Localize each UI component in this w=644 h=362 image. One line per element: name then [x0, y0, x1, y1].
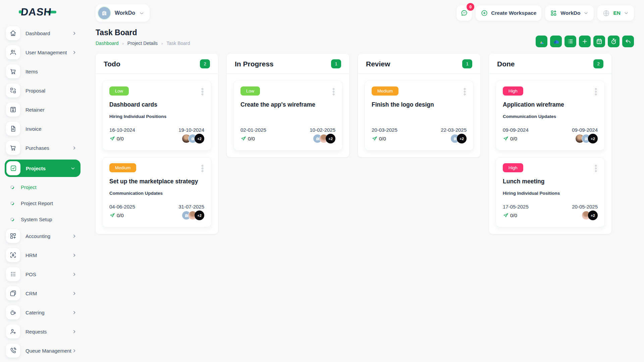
avatar-overflow-badge: +2 — [195, 134, 204, 143]
column-count-badge: 1 — [331, 59, 341, 68]
column-header: Todo 2 — [96, 54, 218, 73]
subtask-progress-value: 0/0 — [117, 136, 124, 141]
task-card-finish-the-logo-design[interactable]: Medium Finish the logo design 20-03-2025… — [365, 80, 474, 150]
send-icon — [109, 213, 115, 219]
board-column-in-progress: In Progress 1 Low Create the app's wiref… — [227, 54, 349, 157]
assignee-avatars[interactable]: +2 — [575, 134, 598, 143]
workspace-menu-label: WorkDo — [560, 10, 580, 16]
task-milestone: Communication Updates — [503, 114, 598, 120]
undo-icon — [625, 38, 632, 45]
timer-button[interactable] — [608, 36, 620, 47]
create-workspace-button[interactable]: Create Workspace — [476, 5, 541, 21]
onedrive-button[interactable] — [550, 36, 562, 47]
breadcrumb-project-details[interactable]: Project Details — [127, 41, 158, 46]
workspace-switcher[interactable]: WorkDo — [96, 4, 150, 22]
sidebar-item-accounting[interactable]: Accounting — [5, 229, 80, 243]
sidebar-subitem-label: Project Report — [21, 200, 53, 206]
kebab-menu-icon[interactable] — [594, 86, 598, 97]
assignee-avatars[interactable]: +2 — [450, 134, 467, 143]
kebab-menu-icon[interactable] — [332, 86, 335, 97]
logo-accent-dot — [19, 10, 22, 13]
column-cards: Low Create the app's wireframe 02-01-202… — [227, 73, 349, 157]
undo-button[interactable] — [622, 36, 634, 47]
kebab-menu-icon[interactable] — [201, 163, 204, 174]
sidebar-item-crm[interactable]: CRM — [5, 286, 80, 301]
task-milestone: Hiring Individual Positions — [503, 191, 598, 196]
sidebar-item-catering[interactable]: Catering — [5, 305, 80, 320]
sidebar-item-proposal[interactable]: Proposal — [5, 83, 80, 98]
calendar-icon — [596, 38, 603, 45]
chevron-right-icon — [71, 252, 77, 258]
calendar-button[interactable] — [593, 36, 605, 47]
brand-name: DASH — [20, 7, 52, 17]
kebab-menu-icon[interactable] — [594, 163, 598, 174]
sidebar-item-label: Purchases — [25, 145, 71, 151]
sidebar-item-invoice[interactable]: Invoice — [5, 121, 80, 136]
sidebar-item-pos[interactable]: POS — [5, 267, 80, 282]
topbar: WorkDo 0 Create Workspace WorkDo EN — [96, 0, 634, 24]
task-card-application-wireframe[interactable]: High Application wireframe Communication… — [496, 80, 605, 150]
brand-logo[interactable]: DASH — [19, 7, 85, 17]
proposal-icon — [6, 83, 20, 98]
sidebar-item-user-management[interactable]: User Management — [5, 45, 80, 60]
workspace-menu-button[interactable]: WorkDo — [545, 5, 594, 21]
google-drive-button[interactable] — [536, 36, 547, 47]
sidebar-item-requests[interactable]: Requests — [5, 324, 80, 339]
kebab-menu-icon[interactable] — [463, 86, 467, 97]
sidebar-item-label: User Management — [25, 50, 71, 55]
add-button[interactable] — [579, 36, 591, 47]
sidebar-item-retainer[interactable]: Retainer — [5, 102, 80, 117]
kebab-menu-icon[interactable] — [201, 86, 204, 97]
chevron-right-icon — [71, 329, 77, 335]
sidebar-subitem-project-report[interactable]: Project Report — [10, 196, 80, 210]
task-card-dashboard-cards[interactable]: Low Dashboard cards Hiring Individual Po… — [102, 80, 211, 150]
sidebar-subitem-label: System Setup — [21, 217, 52, 222]
column-title: Done — [497, 60, 515, 68]
avatar-overflow-badge: +2 — [457, 134, 467, 143]
subtask-progress: 0/0 — [240, 136, 255, 142]
assignee-avatars[interactable]: +2 — [182, 210, 204, 220]
catering-icon — [6, 305, 20, 319]
priority-badge: High — [503, 163, 523, 172]
sidebar-item-hrm[interactable]: HRM — [5, 248, 80, 262]
assignee-avatars[interactable]: +2 — [582, 210, 598, 220]
sidebar-item-purchases[interactable]: Purchases — [5, 140, 80, 155]
task-milestone: Hiring Individual Positions — [109, 114, 204, 120]
disc-icon — [10, 201, 14, 205]
task-card-set-up-the-marketplace-strategy[interactable]: Medium Set up the marketplace strategy C… — [102, 157, 211, 227]
task-card-create-the-app-s-wireframe[interactable]: Low Create the app's wireframe 02-01-202… — [233, 80, 342, 150]
task-end-date: 19-10-2024 — [178, 127, 204, 133]
task-milestone: Communication Updates — [109, 191, 204, 196]
task-card-lunch-meeting[interactable]: High Lunch meeting Hiring Individual Pos… — [496, 157, 605, 227]
sidebar-item-dashboard[interactable]: Dashboard — [5, 26, 80, 41]
task-title: Application wireframe — [503, 101, 598, 108]
breadcrumb-dashboard[interactable]: Dashboard — [96, 41, 119, 46]
sidebar-item-queue-management[interactable]: Queue Management — [5, 343, 80, 358]
users-icon — [6, 45, 20, 59]
workspace-name: WorkDo — [115, 10, 135, 16]
subtask-progress: 0/0 — [503, 136, 517, 142]
avatar-overflow-badge: +2 — [588, 134, 598, 143]
sidebar-subitem-system-setup[interactable]: System Setup — [10, 213, 80, 226]
globe-icon — [602, 9, 610, 17]
sidebar-item-projects[interactable]: Projects — [5, 160, 80, 177]
messages-count-badge: 0 — [467, 3, 474, 11]
task-title: Lunch meeting — [503, 178, 598, 185]
assignee-avatars[interactable]: +2 — [313, 134, 335, 143]
subtask-progress: 0/0 — [503, 213, 517, 219]
list-button[interactable] — [565, 36, 576, 47]
workspace-avatar-building-icon — [98, 6, 111, 20]
sidebar-item-label: Projects — [26, 166, 70, 171]
column-count-badge: 1 — [462, 59, 472, 68]
language-selector[interactable]: EN — [597, 5, 634, 21]
breadcrumb-current: Task Board — [166, 41, 190, 46]
assignee-avatars[interactable]: +2 — [182, 134, 204, 143]
sidebar-subitem-project[interactable]: Project — [10, 180, 80, 194]
column-title: Todo — [104, 60, 120, 68]
cart-icon — [6, 64, 20, 78]
messages-button[interactable]: 0 — [457, 5, 472, 21]
column-title: Review — [366, 60, 390, 68]
task-title: Dashboard cards — [109, 101, 204, 108]
sidebar-item-items[interactable]: Items — [5, 64, 80, 79]
board-toolbar — [536, 36, 634, 47]
